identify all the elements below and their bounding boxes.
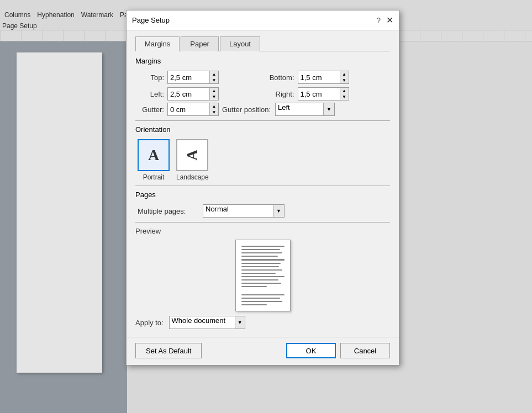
dialog-content: Margins Paper Layout Margins Top: ▲ (127, 30, 399, 337)
gutter-spinner: ▲ ▼ (167, 103, 219, 116)
gutter-pos-label: Gutter position: (222, 105, 272, 114)
pages-section: Pages Multiple pages: Normal ▼ (135, 190, 390, 218)
gutter-pos-select: Left ▼ (275, 103, 335, 116)
pages-header: Pages (135, 190, 390, 199)
bottom-decrement[interactable]: ▼ (340, 77, 349, 83)
gutter-increment[interactable]: ▲ (210, 103, 218, 109)
preview-line-2 (241, 249, 280, 250)
landscape-button[interactable]: A Landscape (176, 139, 209, 181)
multiple-pages-row: Multiple pages: Normal ▼ (138, 204, 390, 218)
top-spinner: ▲ ▼ (167, 71, 219, 84)
landscape-icon: A (176, 139, 208, 171)
orientation-header: Orientation (135, 125, 390, 134)
close-button[interactable]: ✕ (386, 16, 393, 25)
right-buttons: OK Cancel (286, 343, 390, 358)
gutter-row: Gutter: ▲ ▼ Gutter position: Left ▼ (135, 103, 390, 116)
preview-label: Preview (135, 227, 390, 235)
apply-to-select: Whole document ▼ (169, 316, 245, 329)
multiple-pages-select: Normal ▼ (203, 204, 285, 218)
top-input[interactable] (168, 71, 209, 83)
margins-grid: Top: ▲ ▼ Bottom: ▲ (135, 71, 390, 100)
preview-line-5 (241, 259, 285, 260)
left-spinner-buttons: ▲ ▼ (209, 88, 218, 100)
preview-line-11 (241, 279, 279, 280)
left-label: Left: (135, 90, 164, 98)
bottom-label: Bottom: (266, 73, 294, 82)
bottom-margin-item: Bottom: ▲ ▼ (266, 71, 391, 84)
preview-line-14 (241, 298, 280, 299)
apply-to-value: Whole document (170, 316, 235, 329)
top-spinner-buttons: ▲ ▼ (209, 71, 218, 83)
right-label: Right: (266, 90, 294, 98)
bottom-spinner: ▲ ▼ (298, 71, 349, 84)
preview-line-13 (241, 294, 285, 295)
multiple-pages-value: Normal (203, 205, 273, 217)
left-increment[interactable]: ▲ (210, 88, 218, 94)
landscape-label: Landscape (176, 173, 209, 181)
preview-section: Preview (135, 227, 390, 311)
preview-spacer (241, 289, 285, 292)
dialog-title: Page Setup (132, 16, 170, 24)
portrait-button[interactable]: A Portrait (138, 139, 170, 181)
page-setup-dialog: Page Setup ? ✕ Margins Paper Layout Marg… (126, 10, 399, 366)
apply-to-dropdown-btn[interactable]: ▼ (235, 316, 245, 329)
tab-margins[interactable]: Margins (135, 36, 180, 51)
divider-2 (135, 186, 390, 186)
ok-button[interactable]: OK (286, 343, 336, 358)
preview-line-12 (241, 283, 282, 284)
preview-line-15 (241, 301, 282, 302)
preview-area (135, 240, 390, 311)
portrait-icon: A (138, 139, 170, 171)
right-decrement[interactable]: ▼ (340, 94, 349, 100)
bottom-input[interactable] (298, 71, 340, 83)
titlebar-controls: ? ✕ (376, 16, 393, 25)
bottom-spinner-buttons: ▲ ▼ (340, 71, 349, 83)
tab-paper[interactable]: Paper (181, 36, 219, 51)
set-as-default-button[interactable]: Set As Default (135, 343, 202, 358)
left-margin-item: Left: ▲ ▼ (135, 87, 260, 100)
right-increment[interactable]: ▲ (340, 88, 349, 94)
left-spinner: ▲ ▼ (167, 87, 219, 100)
multiple-pages-label: Multiple pages: (138, 207, 198, 215)
preview-line-10 (241, 276, 285, 277)
divider-1 (135, 120, 390, 121)
right-margin-item: Right: ▲ ▼ (266, 87, 391, 100)
gutter-spinner-buttons: ▲ ▼ (209, 103, 218, 115)
preview-line-7 (241, 266, 280, 267)
cancel-button[interactable]: Cancel (340, 343, 390, 358)
multiple-pages-dropdown-btn[interactable]: ▼ (273, 205, 284, 217)
dialog-titlebar: Page Setup ? ✕ (127, 10, 399, 30)
gutter-pos-dropdown-btn[interactable]: ▼ (323, 103, 334, 115)
preview-page (235, 240, 291, 311)
tab-bar: Margins Paper Layout (135, 36, 390, 51)
apply-to-label: Apply to: (135, 319, 164, 327)
preview-line-1 (241, 246, 285, 247)
preview-line-3 (241, 252, 282, 253)
left-decrement[interactable]: ▼ (210, 94, 218, 100)
gutter-input[interactable] (168, 103, 209, 115)
orientation-buttons: A Portrait A Landscape (138, 139, 390, 181)
help-button[interactable]: ? (376, 16, 381, 25)
preview-line-short2 (241, 304, 267, 305)
tab-layout[interactable]: Layout (220, 36, 260, 51)
preview-line-4 (241, 256, 278, 257)
top-increment[interactable]: ▲ (210, 71, 218, 77)
gutter-label: Gutter: (135, 105, 164, 114)
preview-line-8 (241, 269, 282, 271)
left-input[interactable] (168, 88, 209, 100)
apply-row: Apply to: Whole document ▼ (135, 316, 390, 329)
right-spinner-buttons: ▲ ▼ (340, 88, 349, 100)
margins-section: Margins Top: ▲ ▼ Bottom: (135, 57, 390, 116)
bottom-increment[interactable]: ▲ (340, 71, 349, 77)
portrait-label: Portrait (143, 173, 165, 181)
preview-line-9 (241, 273, 276, 274)
gutter-pos-value: Left (276, 103, 323, 115)
top-margin-item: Top: ▲ ▼ (135, 71, 260, 84)
right-input[interactable] (298, 88, 340, 100)
right-spinner: ▲ ▼ (298, 87, 349, 100)
dialog-footer: Set As Default OK Cancel (127, 337, 399, 365)
top-decrement[interactable]: ▼ (210, 77, 218, 83)
preview-line-short (241, 286, 267, 287)
preview-line-6 (241, 263, 281, 264)
gutter-decrement[interactable]: ▼ (210, 109, 218, 115)
